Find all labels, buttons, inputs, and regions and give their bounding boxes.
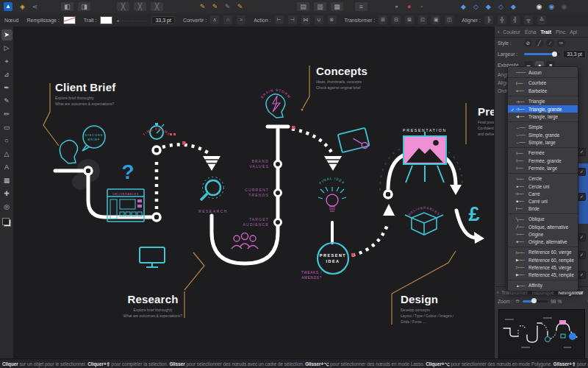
stroke-dash-icon[interactable]: ∕ [546, 39, 554, 47]
navigator-zoom-row: Zoom : ⊖ 98 % ⚙ [494, 297, 588, 305]
document-canvas[interactable]: TIME FRAME BRAIN STORM FINAL IDEA DELIVE… [13, 26, 494, 358]
stroke-solid-icon[interactable]: ╱ [535, 39, 543, 47]
affinity-logo-icon[interactable]: ▲ [4, 2, 12, 11]
stroke-none-icon[interactable]: ⊘ [524, 39, 532, 47]
pixel-persona-icon[interactable]: ◈ [18, 1, 26, 12]
visibility-toggle[interactable]: ✓ [578, 168, 586, 176]
visibility-toggle[interactable]: ✓ [578, 251, 586, 259]
arrowhead-preview-icon: «—— [516, 88, 528, 93]
tab-trait[interactable]: Trait [541, 29, 551, 35]
panel-tabs-chevron-left-icon[interactable]: ‹ [498, 29, 499, 35]
node-op-1-icon[interactable]: ◆ [459, 1, 467, 12]
visibility-toggle[interactable]: ✓ [578, 148, 586, 156]
toggle-left-ui-icon[interactable]: ◧ [61, 2, 74, 11]
zoom-slider[interactable] [523, 300, 548, 302]
node-op-3-icon[interactable]: ◆ [484, 1, 492, 12]
mirror-icon[interactable]: ⊟ [392, 15, 401, 24]
tab-pinceaux[interactable]: Pinc [556, 29, 565, 35]
arrange-back-icon[interactable]: ▤ [297, 2, 309, 11]
action-break-icon[interactable]: ⊢ [275, 15, 284, 24]
convert-smooth-icon[interactable]: ∩ [223, 15, 232, 24]
export-persona-icon[interactable]: ⋖ [31, 1, 39, 12]
section-design: Design Develop conceptsLayout / Type / C… [401, 293, 453, 325]
action-reverse-icon[interactable]: ⊗ [328, 15, 337, 24]
align-bottom-icon[interactable]: ╩ [537, 15, 546, 24]
edit-all-layers-icon[interactable]: ✎ [236, 1, 244, 12]
audience-icon [232, 233, 258, 250]
view-tool[interactable]: ✚ [1, 188, 12, 199]
scale-icon[interactable]: ⊡ [418, 15, 427, 24]
corner-tool[interactable]: ⊿ [1, 69, 12, 80]
toggle-right-ui-icon[interactable]: ◨ [78, 2, 90, 11]
convert-smart-icon[interactable]: ≈ [237, 15, 245, 24]
bulb-rays [318, 187, 346, 199]
visibility-toggle[interactable]: ✓ [578, 193, 586, 201]
arrowhead-preview-icon: ╲—— [516, 217, 528, 222]
visibility-toggle[interactable]: ✓ [578, 233, 586, 241]
align-right-icon[interactable]: ╣ [511, 15, 520, 24]
fill-label: Remplissage : [26, 18, 59, 23]
stroke-brush-icon[interactable]: ✑ [557, 39, 565, 47]
zoom-tool[interactable]: ◎ [1, 202, 12, 213]
scroll-indicator[interactable] [569, 333, 576, 340]
rope-stabiliser-icon[interactable]: ◉ [548, 1, 556, 12]
action-join-icon[interactable]: ⋈ [301, 15, 310, 24]
zoom-value[interactable]: 98 % [551, 299, 562, 304]
arrange-down-icon[interactable]: ▥ [314, 2, 326, 11]
shape-tool[interactable]: △ [1, 149, 12, 160]
question-mark: ? [121, 160, 134, 183]
zoom-minus-icon[interactable]: ⊖ [516, 298, 520, 304]
visibility-toggle[interactable]: ✓ [578, 271, 586, 279]
convert-sharp-icon[interactable]: ∧ [210, 15, 219, 24]
transform-mode-icon[interactable]: ⊞ [379, 15, 387, 24]
rotate-icon[interactable]: ⊠ [405, 15, 414, 24]
align-top-icon[interactable]: ╦ [524, 15, 533, 24]
stroke-width-slider[interactable]: ◂············· [116, 18, 148, 23]
arrowhead-preview-icon: ╱—— [516, 224, 528, 229]
window-stabiliser-icon[interactable]: ◉ [560, 1, 568, 12]
action-close-icon[interactable]: ⊣ [288, 15, 297, 24]
width-slider[interactable] [524, 53, 560, 55]
pencil-tool[interactable]: ✎ [1, 96, 12, 107]
action-smooth-icon[interactable]: ∪ [315, 15, 323, 24]
node-op-5-icon[interactable]: ◆ [509, 1, 517, 12]
dot-icon[interactable]: ▪ [417, 1, 426, 12]
node-op-2-icon[interactable]: ◇ [472, 1, 480, 12]
text-tool[interactable]: A [1, 162, 12, 173]
pen-tool[interactable]: ✒ [1, 82, 12, 93]
rotation-lock-icon[interactable]: ● [405, 1, 413, 12]
tab-echantillons[interactable]: Écha [525, 29, 537, 35]
align-left-icon[interactable]: ╠ [484, 15, 493, 24]
arrange-front-icon[interactable]: ▦ [331, 2, 343, 11]
insert-inside-icon[interactable]: ✎ [211, 1, 219, 12]
align-center-icon[interactable]: ╬ [498, 15, 506, 24]
vector-crop-tool[interactable]: ▦ [1, 175, 12, 186]
preferences-icon[interactable]: ≡ [355, 2, 368, 11]
skew-icon[interactable]: ◫ [445, 15, 453, 24]
tab-couleur[interactable]: Couleur [503, 29, 520, 35]
nav-chevron-left-icon[interactable]: ‹ [497, 290, 498, 295]
point-transform-tool[interactable]: ⌖ [1, 56, 12, 67]
fill-stroke-well[interactable] [2, 218, 11, 227]
shear-icon[interactable]: ▣ [431, 15, 440, 24]
width-value-field[interactable]: 33,3 pt [563, 50, 586, 58]
fill-swatch[interactable] [63, 16, 76, 24]
snap-object-icon[interactable]: ╳ [151, 2, 163, 11]
stabiliser-off-icon[interactable]: ◉ [535, 1, 543, 12]
node-tool[interactable]: ➤ [1, 29, 12, 40]
grid-toggle-icon[interactable]: ▫ [392, 1, 401, 12]
snap-candidates-icon[interactable]: ╳ [117, 2, 129, 11]
move-tool[interactable]: ▷ [1, 43, 12, 54]
arrowhead-preview-icon: ○—— [516, 177, 528, 181]
insert-behind-icon[interactable]: ✎ [198, 1, 207, 12]
insert-ontop-icon[interactable]: ✎ [223, 1, 232, 12]
rectangle-tool[interactable]: ▭ [1, 122, 12, 133]
snap-grid-icon[interactable]: ╳ [134, 2, 146, 11]
ellipse-tool[interactable]: ○ [1, 135, 12, 146]
stroke-width-field[interactable]: 33,3 pt [151, 16, 174, 24]
stroke-swatch[interactable] [100, 16, 112, 24]
arrowhead-preview-icon: ←—— [516, 132, 528, 137]
brush-tool[interactable]: ✏ [1, 109, 12, 120]
tab-apparence[interactable]: Apl [570, 29, 577, 35]
node-op-4-icon[interactable]: ◇ [497, 1, 505, 12]
